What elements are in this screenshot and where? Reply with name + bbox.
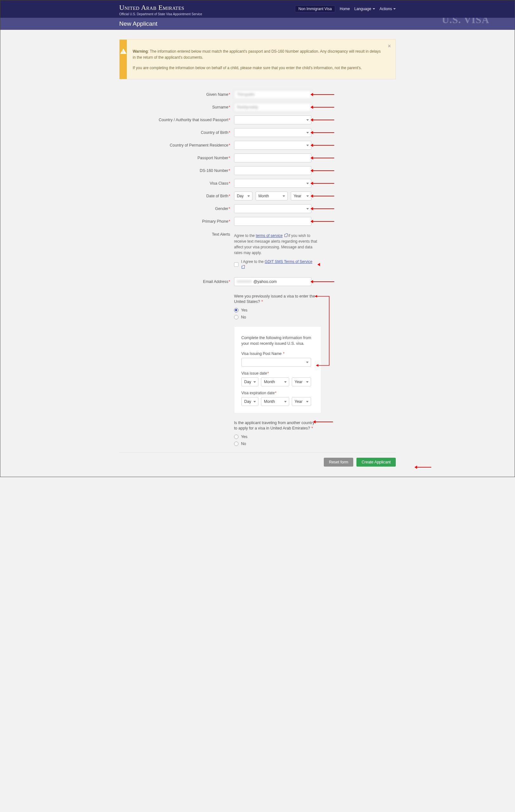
agree-pre: I Agree to the	[241, 259, 265, 264]
reset-button[interactable]: Reset form	[324, 458, 353, 467]
country-residence-select[interactable]	[234, 141, 311, 150]
passport-number-input[interactable]	[234, 153, 311, 163]
given-name-input[interactable]	[234, 90, 311, 99]
brand-subtitle: Official U.S. Department of State Visa A…	[119, 12, 202, 16]
issue-day-select[interactable]: Day	[241, 377, 259, 386]
warning-icon	[120, 49, 126, 54]
label-visa-class: Visa Class	[210, 181, 228, 185]
label-surname: Surname	[212, 105, 228, 110]
arrow-icon	[313, 120, 334, 120]
exp-year-select[interactable]: Year	[292, 397, 311, 406]
close-icon[interactable]: ×	[388, 43, 391, 50]
post-name-label: Visa Issuing Post Name	[241, 351, 283, 356]
issue-date-label: Visa issue date	[241, 371, 267, 376]
text-alerts-pre: Agree to the	[234, 233, 256, 238]
subheader: U.S. VISA New Applicant	[0, 18, 515, 30]
visa-class-select[interactable]	[234, 179, 311, 188]
country-birth-select[interactable]	[234, 128, 311, 137]
label-email: Email Address	[203, 280, 228, 284]
q2-text: Is the applicant traveling from another …	[234, 420, 314, 431]
issue-month-select[interactable]: Month	[261, 377, 289, 386]
arrow-icon	[313, 183, 334, 184]
exp-date-label: Visa expiration date	[241, 391, 275, 395]
q2-yes-radio[interactable]: Yes	[234, 435, 396, 439]
q1-text: Were you previously issued a visa to ent…	[234, 294, 315, 304]
nav-home[interactable]: Home	[340, 7, 350, 11]
arrow-icon	[313, 145, 334, 146]
page-title: New Applicant	[119, 20, 396, 27]
warning-text-2: If you are completing the information be…	[132, 65, 383, 71]
label-given-name: Given Name	[207, 92, 228, 97]
label-country-residence: Country of Permanent Residence	[170, 143, 228, 147]
gdit-sms-link[interactable]: GDIT SMS Terms of Service	[265, 259, 312, 264]
issue-year-select[interactable]: Year	[292, 377, 311, 386]
arrow-icon	[417, 467, 431, 467]
label-ds160: DS-160 Number	[200, 168, 228, 173]
ds160-input[interactable]	[234, 166, 311, 175]
label-primary-phone: Primary Phone	[202, 219, 228, 224]
post-name-select[interactable]	[241, 358, 311, 367]
nav-language[interactable]: Language	[354, 7, 375, 11]
tos-link[interactable]: terms of service	[256, 233, 283, 238]
brand: United Arab Emirates Official U.S. Depar…	[119, 3, 202, 16]
arrow-icon	[313, 208, 334, 209]
nav-actions[interactable]: Actions	[380, 7, 396, 11]
create-applicant-button[interactable]: Create Applicant	[357, 458, 396, 467]
q1-yes-radio[interactable]: Yes	[234, 308, 396, 313]
dob-month-select[interactable]: Month	[255, 192, 287, 200]
previous-visa-panel: Complete the following information from …	[234, 326, 321, 413]
arrow-icon	[313, 281, 334, 282]
country-passport-select[interactable]	[234, 115, 311, 124]
gender-select[interactable]	[234, 204, 311, 213]
warning-alert: Warning: The information entered below m…	[119, 39, 396, 79]
exp-day-select[interactable]: Day	[241, 397, 259, 406]
brand-title: United Arab Emirates	[119, 3, 202, 12]
arrow-icon	[313, 221, 334, 222]
inset-desc: Complete the following information from …	[241, 335, 314, 346]
arrow-icon	[313, 94, 334, 95]
q1-no-radio[interactable]: No	[234, 315, 396, 319]
arrow-icon	[313, 170, 334, 171]
arrow-icon	[313, 107, 334, 108]
arrow-icon	[313, 196, 334, 196]
sms-agree-checkbox[interactable]	[234, 262, 239, 267]
label-passport-number: Passport Number	[198, 156, 228, 160]
external-link-icon	[242, 266, 244, 269]
arrow-icon	[313, 132, 334, 133]
visa-watermark: U.S. VISA	[442, 18, 489, 26]
arrow-icon	[315, 422, 333, 422]
warning-text-1: : The information entered below must mat…	[132, 49, 381, 60]
surname-input[interactable]	[234, 103, 311, 112]
exp-month-select[interactable]: Month	[261, 397, 289, 406]
label-text-alerts: Text Alerts	[212, 232, 230, 237]
external-link-icon	[284, 234, 287, 237]
primary-phone-input[interactable]	[234, 217, 311, 226]
label-gender: Gender	[215, 206, 228, 211]
dob-year-select[interactable]: Year	[291, 192, 311, 200]
arrow-icon	[313, 157, 334, 158]
warning-lead: Warning	[132, 49, 148, 54]
label-dob: Date of Birth	[207, 194, 228, 198]
navbar: United Arab Emirates Official U.S. Depar…	[0, 0, 515, 18]
caret-icon	[393, 8, 396, 9]
dob-day-select[interactable]: Day	[234, 192, 252, 200]
caret-icon	[373, 8, 375, 9]
label-country-passport: Country / Authority that issued Passport	[158, 118, 228, 122]
label-country-birth: Country of Birth	[201, 130, 228, 135]
q2-no-radio[interactable]: No	[234, 441, 396, 446]
nav-pill-nonimmigrant[interactable]: Non Immigrant Visa	[295, 5, 335, 12]
